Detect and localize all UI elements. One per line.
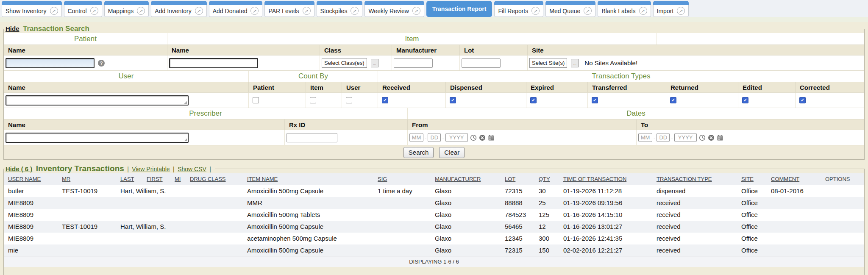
column-header-first[interactable]: FIRST (142, 173, 170, 185)
tab-blank-labels[interactable]: Blank Labels↗ (598, 1, 651, 17)
column-header-drug-class[interactable]: DRUG CLASS (186, 173, 243, 185)
type-expired-label: Expired (526, 82, 587, 92)
tab-add-inventory[interactable]: Add Inventory↗ (151, 1, 206, 17)
count-by-item-checkbox[interactable] (310, 97, 316, 103)
to-clock-icon[interactable] (699, 134, 706, 141)
tab-add-donated[interactable]: Add Donated↗ (209, 1, 263, 17)
popout-icon[interactable]: ↗ (351, 7, 359, 15)
tab-weekly-review[interactable]: Weekly Review↗ (364, 1, 424, 17)
prescriber-name-input[interactable] (6, 133, 189, 143)
cell-lot: 72315 (501, 244, 534, 256)
to-clear-date-icon[interactable] (708, 134, 715, 141)
popout-icon[interactable]: ↗ (250, 7, 259, 15)
label-row-3: Name Rx ID From To (4, 119, 864, 130)
cell-lot: 784523 (501, 209, 534, 221)
item-name-input[interactable] (169, 58, 258, 68)
column-header-last[interactable]: LAST (116, 173, 142, 185)
type-expired-cell: ✓ (526, 93, 587, 108)
type-received-checkbox[interactable]: ✓ (382, 97, 388, 103)
cell-lot: 88888 (501, 197, 534, 209)
cell-user: butler (4, 185, 58, 197)
to-day-input[interactable] (657, 133, 670, 142)
column-header-lot[interactable]: LOT (501, 173, 534, 185)
from-clear-date-icon[interactable] (479, 134, 486, 141)
cell-sig (373, 244, 431, 256)
popout-icon[interactable]: ↗ (677, 7, 685, 15)
type-expired-checkbox[interactable]: ✓ (530, 97, 537, 103)
lot-input[interactable] (462, 58, 501, 68)
user-name-input[interactable] (6, 95, 189, 106)
rx-id-input[interactable] (287, 133, 337, 142)
tab-fill-reports[interactable]: Fill Reports↗ (494, 1, 543, 17)
check-icon: ✓ (383, 98, 387, 103)
count-by-patient-checkbox[interactable] (253, 97, 259, 103)
to-month-input[interactable] (638, 133, 652, 142)
from-calendar-icon[interactable] (488, 134, 495, 141)
popout-icon[interactable]: ↗ (584, 7, 592, 15)
type-dispensed-checkbox[interactable]: ✓ (450, 97, 456, 103)
tab-bar: Show Inventory↗Control↗Mappings↗Add Inve… (0, 0, 868, 17)
site-select[interactable]: Select Site(s) (529, 58, 567, 68)
column-header-time-of-transaction[interactable]: TIME OF TRANSACTION (559, 173, 652, 185)
tab-med-queue[interactable]: Med Queue↗ (545, 1, 595, 17)
from-day-input[interactable] (428, 133, 441, 142)
popout-icon[interactable]: ↗ (303, 7, 311, 15)
count-by-user-label: User (342, 82, 378, 92)
column-header-comment[interactable]: COMMENT (767, 173, 821, 185)
patient-name-input[interactable] (6, 58, 95, 68)
tab-show-inventory[interactable]: Show Inventory↗ (2, 1, 62, 17)
class-picker-button[interactable]: ... (371, 59, 378, 67)
column-header-user-name[interactable]: USER NAME (4, 173, 58, 185)
popout-icon[interactable]: ↗ (137, 7, 145, 15)
to-calendar-icon[interactable] (717, 134, 723, 141)
popout-icon[interactable]: ↗ (639, 7, 647, 15)
from-clock-icon[interactable] (470, 134, 477, 141)
prescriber-section-header: Prescriber (4, 108, 407, 119)
type-returned-checkbox[interactable]: ✓ (670, 97, 676, 103)
tab-transaction-report[interactable]: Transaction Report (426, 1, 492, 17)
tab-accent-bar (494, 1, 543, 5)
tab-control[interactable]: Control↗ (64, 1, 102, 17)
from-year-input[interactable] (445, 133, 468, 142)
column-header-transaction-type[interactable]: TRANSACTION TYPE (652, 173, 737, 185)
from-month-input[interactable] (409, 133, 423, 142)
search-button[interactable]: Search (403, 147, 434, 158)
show-csv-link[interactable]: Show CSV (178, 166, 206, 172)
user-section-header: User (4, 71, 248, 82)
type-corrected-checkbox[interactable]: ✓ (799, 97, 806, 103)
type-edited-checkbox[interactable]: ✓ (742, 97, 748, 103)
popout-icon[interactable]: ↗ (531, 7, 540, 15)
column-header-qty[interactable]: QTY (534, 173, 559, 185)
type-transferred-checkbox[interactable]: ✓ (592, 97, 598, 103)
column-header-manufacturer[interactable]: MANUFACTURER (431, 173, 501, 185)
help-icon[interactable]: ? (98, 60, 105, 67)
patient-name-cell: ? (4, 56, 167, 70)
column-header-item-name[interactable]: ITEM NAME (243, 173, 373, 185)
count-by-user-checkbox[interactable] (346, 97, 352, 103)
site-picker-button[interactable]: ... (571, 59, 579, 67)
popout-icon[interactable]: ↗ (90, 7, 98, 15)
cell-mr: TEST-10019 (58, 221, 116, 233)
hide-search-link[interactable]: Hide (6, 25, 19, 32)
to-year-input[interactable] (674, 133, 697, 142)
column-header-site[interactable]: SITE (737, 173, 767, 185)
cell-site: Office (737, 209, 767, 221)
tab-mappings[interactable]: Mappings↗ (104, 1, 149, 17)
column-header-mi[interactable]: MI (170, 173, 186, 185)
user-name-cell (4, 93, 248, 108)
hide-transactions-link[interactable]: Hide ( 6 ) (6, 165, 32, 172)
view-printable-link[interactable]: View Printable (132, 166, 170, 172)
tab-stockpiles[interactable]: Stockpiles↗ (317, 1, 363, 17)
popout-icon[interactable]: ↗ (412, 7, 420, 15)
tab-import[interactable]: Import↗ (653, 1, 689, 17)
table-row: butlerTEST-10019Hart, William, S.Amoxici… (4, 185, 864, 197)
from-label: From (407, 119, 636, 130)
column-header-sig[interactable]: SIG (373, 173, 431, 185)
class-select[interactable]: Select Class(es) (322, 58, 367, 68)
popout-icon[interactable]: ↗ (195, 7, 203, 15)
popout-icon[interactable]: ↗ (50, 7, 58, 15)
clear-button[interactable]: Clear (439, 147, 465, 158)
tab-par-levels[interactable]: PAR Levels↗ (264, 1, 314, 17)
manufacturer-input[interactable] (394, 58, 433, 68)
column-header-mr[interactable]: MR (58, 173, 116, 185)
